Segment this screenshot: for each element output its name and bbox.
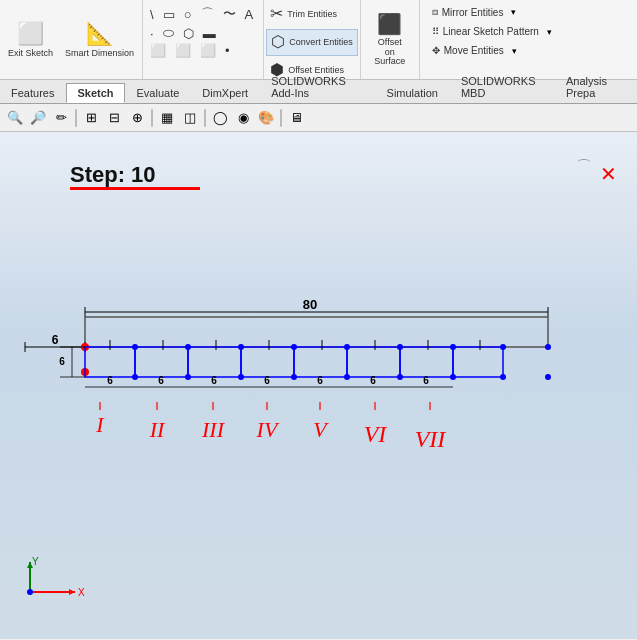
icon-toolbar: 🔍 🔎 ✏ ⊞ ⊟ ⊕ ▦ ◫ ◯ ◉ 🎨 🖥 [0, 104, 637, 132]
point-btn[interactable]: · [147, 25, 160, 42]
svg-point-75 [545, 344, 551, 350]
svg-marker-78 [69, 589, 75, 595]
svg-rect-18 [453, 347, 503, 377]
mirror-entities-button[interactable]: ⧈ Mirror Entities [424, 4, 512, 20]
svg-point-66 [291, 374, 297, 380]
smart-dim-label: Smart Dimension [65, 49, 134, 59]
tab-solidworks-addins[interactable]: SOLIDWORKS Add-Ins [260, 71, 374, 103]
svg-point-70 [397, 374, 403, 380]
offset-surface-button[interactable]: ⬛ OffsetonSurface [365, 4, 415, 75]
svg-rect-17 [400, 347, 453, 377]
move-entities-button[interactable]: ✥ Move Entities [424, 43, 512, 58]
tab-simulation[interactable]: Simulation [376, 83, 449, 103]
arc-btn[interactable]: ⌒ [198, 4, 220, 24]
svg-text:VI: VI [364, 421, 388, 447]
text-btn[interactable]: A [242, 6, 260, 23]
separator1 [75, 109, 77, 127]
svg-text:V: V [313, 417, 329, 442]
svg-text:II: II [149, 417, 166, 442]
svg-text:80: 80 [303, 297, 317, 312]
svg-point-68 [344, 374, 350, 380]
tab-analysis[interactable]: Analysis Prepa [555, 71, 636, 103]
svg-rect-11 [85, 347, 135, 377]
mirror-label: Mirror Entities [442, 7, 504, 18]
search-icon[interactable]: 🔍 [4, 107, 26, 129]
main-content: Step: 10 ⌒ ✕ 80 6 [0, 132, 637, 639]
extra-btn[interactable]: ⬜ [197, 42, 222, 59]
svg-point-74 [500, 374, 506, 380]
rect-btn[interactable]: ▭ [160, 6, 181, 23]
linear-row: ⠿ Linear Sketch Pattern ▾ [424, 22, 633, 41]
poly-btn[interactable]: ⬡ [180, 25, 200, 42]
svg-point-61 [185, 344, 191, 350]
exit-sketch-button[interactable]: ⬜ Exit Sketch [2, 2, 59, 77]
svg-rect-12 [135, 347, 188, 377]
linear-pattern-button[interactable]: ⠿ Linear Sketch Pattern [424, 24, 547, 39]
mirror-row: ⧈ Mirror Entities ▾ [424, 2, 633, 22]
linear-icon: ⠿ [432, 26, 439, 37]
circle-btn[interactable]: ○ [181, 6, 198, 23]
separator4 [280, 109, 282, 127]
line-btn[interactable]: \ [147, 6, 160, 23]
tab-mbd[interactable]: SOLIDWORKS MBD [450, 71, 554, 103]
svg-point-59 [132, 344, 138, 350]
offset-surface-group: ⬛ OffsetonSurface [361, 0, 420, 79]
sketch-tools-group: \ ▭ ○ ⌒ 〜 A · ⬭ ⬡ ▬ ⬜ ⬜ ⬜ • [143, 0, 264, 79]
canvas-area: Step: 10 ⌒ ✕ 80 6 [0, 132, 637, 639]
mirror-btn2[interactable]: ⬜ [147, 42, 172, 59]
tab-dimxpert[interactable]: DimXpert [191, 83, 259, 103]
filter-icon[interactable]: ▦ [156, 107, 178, 129]
monitor-icon[interactable]: 🖥 [285, 107, 307, 129]
circle2-icon[interactable]: ◯ [209, 107, 231, 129]
modify-group: ✂ Trim Entities ⬡ Convert Entities ⬢ Off… [264, 0, 361, 79]
svg-text:6: 6 [317, 375, 323, 386]
svg-point-65 [291, 344, 297, 350]
convert-label: Convert Entities [289, 38, 353, 48]
svg-text:IV: IV [256, 417, 280, 442]
trim-entities-button[interactable]: ✂ Trim Entities [266, 2, 358, 27]
svg-text:6: 6 [423, 375, 429, 386]
slot-btn[interactable]: ▬ [200, 25, 222, 42]
svg-text:6: 6 [158, 375, 164, 386]
smart-dimension-button[interactable]: 📐 Smart Dimension [59, 2, 140, 77]
layer-icon[interactable]: ◫ [179, 107, 201, 129]
tab-sketch[interactable]: Sketch [66, 83, 124, 103]
search2-icon[interactable]: 🔎 [27, 107, 49, 129]
svg-text:Y: Y [32, 557, 39, 567]
separator3 [204, 109, 206, 127]
pencil-icon[interactable]: ✏ [50, 107, 72, 129]
linear-arrow[interactable]: ▾ [547, 27, 552, 37]
grid2-icon[interactable]: ⊟ [103, 107, 125, 129]
move-row: ✥ Move Entities ▾ [424, 41, 633, 60]
tab-evaluate[interactable]: Evaluate [126, 83, 191, 103]
exit-icon: ⬜ [17, 21, 44, 47]
move-arrow[interactable]: ▾ [512, 46, 517, 56]
offset-surf-label: OffsetonSurface [374, 38, 405, 68]
offset-surf-icon: ⬛ [377, 12, 402, 36]
spline-btn[interactable]: 〜 [220, 4, 242, 24]
snap-icon[interactable]: ⊕ [126, 107, 148, 129]
grid-icon[interactable]: ⊞ [80, 107, 102, 129]
svg-point-76 [545, 374, 551, 380]
dot-btn[interactable]: • [222, 42, 236, 59]
svg-text:I: I [95, 412, 105, 437]
sketch-drawing: 80 6 [0, 132, 637, 639]
mirror-arrow[interactable]: ▾ [511, 7, 516, 17]
convert-icon: ⬡ [271, 32, 285, 51]
rel-btn[interactable]: ⬜ [172, 42, 197, 59]
axes: X Y [10, 557, 90, 609]
svg-text:VII: VII [415, 426, 447, 452]
circle3-icon[interactable]: ◉ [232, 107, 254, 129]
svg-point-62 [185, 374, 191, 380]
color-icon[interactable]: 🎨 [255, 107, 277, 129]
svg-rect-13 [188, 347, 241, 377]
main-toolbar: ⬜ Exit Sketch 📐 Smart Dimension \ ▭ ○ ⌒ … [0, 0, 637, 80]
svg-text:6: 6 [370, 375, 376, 386]
svg-rect-16 [347, 347, 400, 377]
svg-point-64 [238, 374, 244, 380]
convert-entities-button[interactable]: ⬡ Convert Entities [266, 29, 358, 56]
svg-text:6: 6 [211, 375, 217, 386]
tab-features[interactable]: Features [0, 83, 65, 103]
ellipse-btn[interactable]: ⬭ [160, 24, 180, 42]
ribbon-tabs: Features Sketch Evaluate DimXpert SOLIDW… [0, 80, 637, 104]
